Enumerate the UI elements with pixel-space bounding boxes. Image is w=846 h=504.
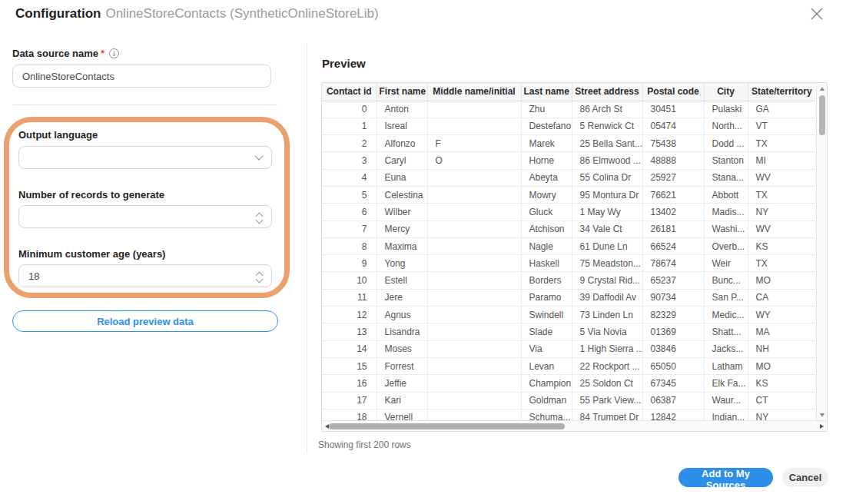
- column-header: Postal code: [642, 83, 704, 101]
- table-row: 7MercyAtchison34 Vale Ct26181Washi...WV: [322, 220, 815, 237]
- table-cell: Wilber: [377, 204, 427, 220]
- table-cell: 13: [322, 323, 377, 340]
- table-cell: Bunc...: [704, 272, 748, 289]
- table-cell: [427, 392, 521, 409]
- table-cell: [427, 101, 521, 118]
- table-row: 4EunaAbeyta55 Colina Dr25927Stana...WV: [322, 169, 815, 186]
- table-cell: Haskell: [521, 255, 572, 272]
- table-row: 3CarylOHorne86 Elmwood ...48888StantonMI: [322, 152, 815, 169]
- table-cell: 82329: [642, 307, 704, 323]
- table-cell: 06387: [642, 392, 704, 409]
- table-cell: F: [427, 135, 521, 152]
- horizontal-scrollbar[interactable]: [322, 420, 827, 431]
- table-cell: Madis...: [704, 204, 748, 220]
- table-cell: 65050: [642, 357, 704, 374]
- table-cell: [427, 237, 521, 254]
- page-subtitle: OnlineStoreContacts (SyntheticOnlineStor…: [105, 6, 378, 21]
- table-cell: [427, 323, 521, 340]
- records-to-generate-stepper[interactable]: [18, 205, 272, 228]
- table-cell: Alfonzo: [377, 135, 427, 152]
- table-cell: TX: [748, 186, 815, 203]
- table-cell: Slade: [521, 323, 572, 340]
- close-x-glyph: [810, 7, 824, 21]
- table-cell: 5 Renwick Ct: [572, 118, 642, 134]
- table-row: 18VernellSchuma...84 Trumpet Dr12842Indi…: [322, 409, 815, 420]
- table-cell: Borders: [521, 272, 572, 289]
- table-cell: 86 Elmwood ...: [572, 152, 642, 169]
- table-cell: Anton: [377, 101, 427, 118]
- table-cell: Jere: [377, 289, 427, 306]
- table-cell: MA: [748, 323, 815, 340]
- table-cell: [427, 272, 521, 289]
- preview-title: Preview: [322, 57, 366, 70]
- table-cell: Maxima: [377, 237, 427, 254]
- table-cell: 03846: [642, 340, 704, 357]
- column-header: State/territory: [748, 83, 815, 101]
- horizontal-scroll-thumb[interactable]: [329, 423, 565, 429]
- table-cell: 9 Crystal Rid...: [572, 272, 642, 289]
- number-stepper-icon[interactable]: [257, 211, 262, 223]
- table-cell: Yong: [377, 255, 427, 272]
- info-icon[interactable]: [109, 48, 119, 58]
- table-cell: Overb...: [704, 237, 748, 254]
- table-cell: 25927: [642, 169, 704, 186]
- minimum-age-stepper[interactable]: 18: [18, 264, 272, 287]
- table-cell: MI: [748, 152, 815, 169]
- table-cell: 5 Via Novia: [572, 323, 642, 340]
- vertical-scrollbar[interactable]: [816, 83, 827, 420]
- table-cell: WV: [748, 169, 815, 186]
- table-cell: Shatt...: [704, 323, 748, 340]
- table-row: 15ForrestLevan22 Rockport ...65050Latham…: [322, 357, 815, 374]
- preview-table: Contact idFirst nameMiddle name/initialL…: [321, 82, 828, 432]
- column-header: Street address: [572, 83, 642, 101]
- number-stepper-icon[interactable]: [257, 270, 262, 282]
- table-cell: NY: [748, 204, 815, 220]
- table-cell: WV: [748, 220, 815, 237]
- table-cell: 4: [322, 169, 377, 186]
- table-cell: [427, 357, 521, 374]
- table-cell: Gluck: [521, 204, 572, 220]
- output-language-select[interactable]: [18, 146, 272, 169]
- data-source-name-input[interactable]: [12, 65, 271, 88]
- table-cell: 55 Park View...: [572, 392, 642, 409]
- table-row: 12AgnusSwindell73 Linden Ln82329Medic...…: [322, 307, 815, 323]
- reload-preview-button[interactable]: Reload preview data: [12, 310, 278, 332]
- table-cell: Paramo: [521, 289, 572, 306]
- vertical-scroll-thumb[interactable]: [819, 95, 825, 135]
- table-cell: Indian...: [704, 409, 748, 420]
- table-cell: Zhu: [521, 101, 572, 118]
- scroll-down-icon[interactable]: [820, 413, 824, 417]
- close-icon[interactable]: [808, 6, 825, 23]
- scroll-right-icon[interactable]: [820, 424, 824, 429]
- table-cell: 10: [322, 272, 377, 289]
- table-cell: [427, 118, 521, 134]
- table-row: 6WilberGluck1 May Wy13402Madis...NY: [322, 204, 815, 220]
- table-cell: 22 Rockport ...: [572, 357, 642, 374]
- table-cell: Euna: [377, 169, 427, 186]
- table-row: 2AlfonzoFMarek25 Bella Sant...75438Dodd …: [322, 135, 815, 152]
- table-cell: Jacks...: [704, 340, 748, 357]
- table-cell: Celestina: [377, 186, 427, 203]
- table-cell: 3: [322, 152, 377, 169]
- table-cell: KS: [748, 375, 815, 392]
- table-cell: North...: [704, 118, 748, 134]
- table-cell: 8: [322, 237, 377, 254]
- table-cell: KS: [748, 237, 815, 254]
- table-cell: 12: [322, 307, 377, 323]
- table-cell: 90734: [642, 289, 704, 306]
- table-cell: 15: [322, 357, 377, 374]
- table-cell: 55 Colina Dr: [572, 169, 642, 186]
- table-cell: CT: [748, 392, 815, 409]
- scroll-up-icon[interactable]: [820, 87, 824, 91]
- table-cell: Lisandra: [377, 323, 427, 340]
- add-to-my-sources-button[interactable]: Add to My Sources: [678, 468, 773, 487]
- column-header: First name: [377, 83, 427, 101]
- table-cell: GA: [748, 101, 815, 118]
- preview-table-viewport[interactable]: Contact idFirst nameMiddle name/initialL…: [322, 83, 816, 420]
- table-cell: Latham: [704, 357, 748, 374]
- table-cell: Champion: [521, 375, 572, 392]
- table-cell: Atchison: [521, 220, 572, 237]
- cancel-button[interactable]: Cancel: [782, 468, 828, 487]
- table-cell: [427, 409, 521, 420]
- table-cell: Medic...: [704, 307, 748, 323]
